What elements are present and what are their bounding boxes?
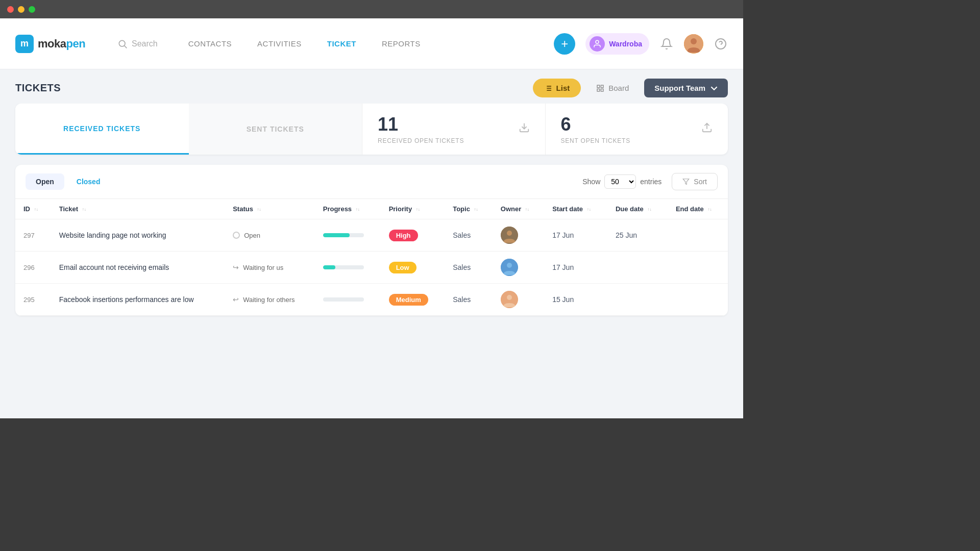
nav-activities[interactable]: ACTIVITIES: [257, 39, 302, 48]
svg-point-4: [691, 38, 697, 44]
received-tickets-tab[interactable]: RECEIVED TICKETS: [15, 104, 189, 155]
svg-point-21: [507, 231, 512, 236]
col-priority[interactable]: Priority ↑↓: [381, 199, 445, 219]
progress-bar-fill: [323, 233, 350, 237]
list-view-button[interactable]: List: [533, 79, 581, 97]
app: m mokapen Search CONTACTS ACTIVITIES TIC…: [0, 18, 743, 418]
sent-open-label: SENT OPEN TICKETS: [561, 137, 631, 144]
end-sort-arrows: ↑↓: [707, 208, 712, 212]
maximize-btn[interactable]: [29, 6, 35, 13]
table-row[interactable]: 295 Facebook insertions performances are…: [15, 284, 728, 316]
board-icon: [596, 84, 604, 92]
add-button[interactable]: +: [554, 33, 575, 55]
col-end-date[interactable]: End date ↑↓: [668, 199, 728, 219]
svg-rect-14: [601, 85, 604, 88]
support-team-button[interactable]: Support Team: [644, 79, 728, 97]
help-icon[interactable]: [714, 37, 728, 51]
svg-rect-13: [597, 85, 600, 88]
stats-bar: RECEIVED TICKETS SENT TICKETS 11 RECEIVE…: [15, 104, 728, 155]
nav-right: + Wardroba: [554, 33, 728, 55]
bell-icon[interactable]: [659, 37, 674, 51]
open-circle: [233, 232, 240, 239]
col-status[interactable]: Status ↑↓: [225, 199, 315, 219]
row-ticket: Facebook insertions performances are low: [51, 284, 225, 316]
logo-text: mokapen: [38, 37, 85, 51]
logo-icon: m: [15, 35, 34, 53]
col-start-date[interactable]: Start date ↑↓: [544, 199, 607, 219]
subheader: TICKETS List Board Support Team: [0, 69, 743, 104]
sort-button[interactable]: Sort: [672, 173, 718, 190]
row-start-date: 17 Jun: [544, 219, 607, 252]
col-ticket[interactable]: Ticket ↑↓: [51, 199, 225, 219]
table-body: 297 Website landing page not working Ope…: [15, 219, 728, 316]
logo-area: m mokapen: [15, 35, 97, 53]
table-row[interactable]: 296 Email account not receiving emails ↪…: [15, 252, 728, 284]
user-badge[interactable]: Wardroba: [585, 33, 649, 55]
svg-point-23: [507, 263, 512, 268]
progress-sort-arrows: ↑↓: [356, 208, 360, 212]
status-sort-arrows: ↑↓: [257, 208, 261, 212]
nav-ticket[interactable]: TICKET: [327, 39, 356, 48]
svg-marker-19: [683, 179, 689, 185]
table-area: Open Closed Show 50 25 100 entries: [15, 165, 728, 316]
col-topic[interactable]: Topic ↑↓: [445, 199, 493, 219]
priority-badge: Low: [389, 262, 416, 273]
titlebar: [0, 0, 743, 18]
id-sort-arrows: ↑↓: [34, 208, 38, 212]
row-id: 296: [15, 252, 51, 284]
svg-point-25: [507, 295, 512, 300]
col-owner[interactable]: Owner ↑↓: [493, 199, 544, 219]
nav-reports[interactable]: REPORTS: [382, 39, 421, 48]
sent-open-stat: 6 SENT OPEN TICKETS: [546, 104, 728, 155]
row-status: Open: [225, 219, 315, 252]
priority-sort-arrows: ↑↓: [416, 208, 420, 212]
row-status: ↩Waiting for others: [225, 284, 315, 316]
row-due-date: [607, 252, 668, 284]
row-start-date: 17 Jun: [544, 252, 607, 284]
close-btn[interactable]: [7, 6, 14, 13]
row-due-date: 25 Jun: [607, 219, 668, 252]
priority-badge: Medium: [389, 294, 428, 306]
row-start-date: 15 Jun: [544, 284, 607, 316]
progress-bar-wrap: [323, 297, 364, 302]
nav-contacts[interactable]: CONTACTS: [188, 39, 232, 48]
col-due-date[interactable]: Due date ↑↓: [607, 199, 668, 219]
entries-label: entries: [640, 178, 662, 186]
owner-avatar: [501, 227, 518, 244]
support-team-label: Support Team: [654, 84, 705, 92]
search-icon: [117, 39, 128, 49]
open-tab[interactable]: Open: [26, 173, 64, 190]
show-label: Show: [582, 178, 600, 186]
sent-tickets-tab[interactable]: SENT TICKETS: [189, 104, 362, 155]
row-priority: High: [381, 219, 445, 252]
row-topic: Sales: [445, 284, 493, 316]
row-end-date: [668, 284, 728, 316]
table-header: ID ↑↓ Ticket ↑↓ Status ↑↓ Progress ↑↓ Pr: [15, 199, 728, 219]
topic-sort-arrows: ↑↓: [474, 208, 478, 212]
board-view-button[interactable]: Board: [586, 79, 639, 97]
entries-select[interactable]: 50 25 100: [604, 174, 636, 189]
topnav: m mokapen Search CONTACTS ACTIVITIES TIC…: [0, 18, 743, 69]
minimize-btn[interactable]: [18, 6, 24, 13]
ticket-tabs: RECEIVED TICKETS SENT TICKETS: [15, 104, 362, 155]
download-icon: [519, 122, 530, 136]
row-id: 295: [15, 284, 51, 316]
received-open-label: RECEIVED OPEN TICKETS: [378, 137, 464, 144]
row-status: ↪Waiting for us: [225, 252, 315, 284]
row-progress: [315, 219, 381, 252]
table-controls: Open Closed Show 50 25 100 entries: [15, 165, 728, 198]
filter-icon: [682, 178, 690, 185]
col-progress[interactable]: Progress ↑↓: [315, 199, 381, 219]
sort-label: Sort: [694, 178, 707, 186]
row-ticket: Email account not receiving emails: [51, 252, 225, 284]
col-id[interactable]: ID ↑↓: [15, 199, 51, 219]
start-sort-arrows: ↑↓: [587, 208, 591, 212]
progress-bar-wrap: [323, 233, 364, 237]
svg-rect-15: [597, 89, 600, 91]
table-row[interactable]: 297 Website landing page not working Ope…: [15, 219, 728, 252]
svg-point-2: [596, 40, 599, 43]
owner-sort-arrows: ↑↓: [525, 208, 529, 212]
search-area[interactable]: Search: [117, 39, 158, 49]
closed-tab[interactable]: Closed: [66, 173, 111, 190]
user-avatar[interactable]: [684, 34, 703, 54]
